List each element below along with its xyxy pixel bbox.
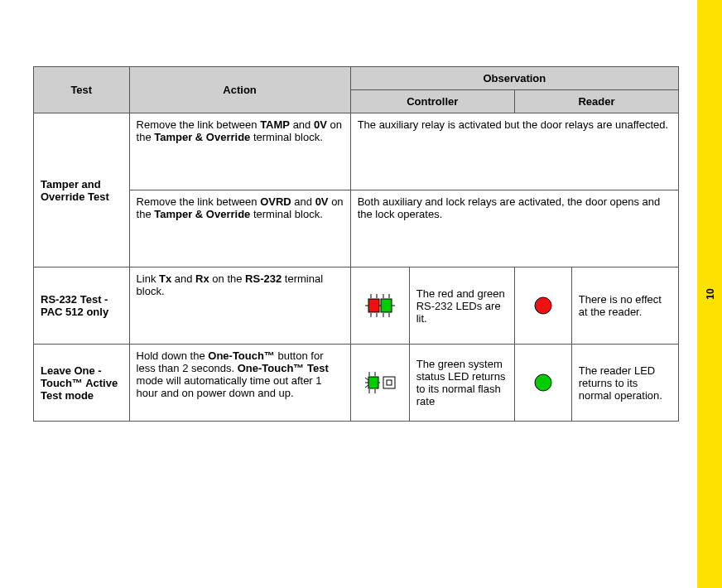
text-bold: 0V [314,118,327,131]
text-bold: RS-232 [245,272,282,285]
controller-text: The red and green RS-232 LEDs are lit. [409,267,514,345]
controller-text: The green system status LED returns to i… [409,345,514,422]
text-bold: Rx [195,272,209,285]
text: mode will automatically time out after 1… [137,374,322,399]
text-bold: TAMP [260,118,290,131]
text: terminal block. [250,208,322,220]
svg-rect-21 [387,380,392,385]
header-action: Action [129,67,350,113]
text-bold: Tamper & Override [154,131,250,143]
text-bold: Tamper & Override [154,208,250,220]
svg-rect-9 [368,299,379,312]
red-green-led-icon [360,292,400,320]
text: terminal block. [250,131,322,143]
text: and [171,272,195,285]
action-cell: Remove the link between TAMP and 0V on t… [129,113,350,190]
observation-cell: Both auxiliary and lock relays are activ… [350,190,678,267]
svg-rect-19 [368,377,378,388]
controller-icon-cell [350,267,409,345]
action-cell: Remove the link between OVRD and 0V on t… [129,190,350,267]
svg-point-11 [535,297,551,314]
text-bold: One-Touch™ Test [238,362,329,374]
reader-text: There is no effect at the reader. [571,267,678,345]
text-bold: OVRD [260,195,291,208]
reader-icon-cell [514,345,571,422]
red-led-icon [531,293,556,318]
table-row: Leave One -Touch™ Active Test mode Hold … [34,345,679,422]
svg-rect-10 [381,299,392,312]
document-page: 10 Test Action Observation Controller Re… [0,0,722,588]
observation-cell: The auxiliary relay is activated but the… [350,113,678,190]
header-test: Test [34,67,130,113]
side-accent-bar: 10 [697,0,722,588]
reader-text: The reader LED returns to its normal ope… [571,345,678,422]
header-reader: Reader [514,90,678,113]
header-observation: Observation [350,67,678,90]
status-led-board-icon [360,369,400,397]
table-row: Remove the link between OVRD and 0V on t… [34,190,679,267]
svg-line-18 [365,385,368,388]
text: Remove the link between [137,195,261,208]
green-led-icon [531,370,556,395]
test-name: Leave One -Touch™ Active Test mode [34,345,130,422]
header-controller: Controller [350,90,514,113]
test-procedure-table: Test Action Observation Controller Reade… [33,66,679,422]
page-number: 10 [704,288,715,299]
controller-icon-cell [350,345,409,422]
text-bold: One-Touch™ [208,349,275,362]
text-bold: 0V [315,195,329,208]
action-cell: Link Tx and Rx on the RS-232 terminal bl… [129,267,350,345]
test-name: RS-232 Test - PAC 512 only [34,267,130,345]
text: and [290,118,314,131]
action-cell: Hold down the One-Touch™ button for less… [129,345,350,422]
text: on the [209,272,245,285]
reader-icon-cell [514,267,571,345]
svg-point-22 [535,374,551,391]
text: and [291,195,315,208]
test-name: Tamper and Override Test [34,113,130,267]
text: Remove the link between [137,118,261,131]
text: Hold down the [137,349,209,362]
table-row: RS-232 Test - PAC 512 only Link Tx and R… [34,267,679,345]
svg-line-17 [365,378,368,380]
table-row: Tamper and Override Test Remove the link… [34,113,679,190]
text: Link [137,272,159,285]
text-bold: Tx [159,272,171,285]
